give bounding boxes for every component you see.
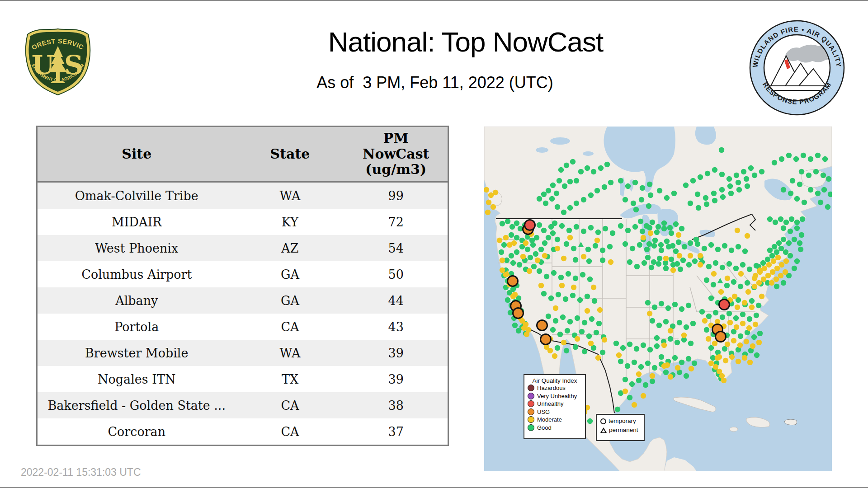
table-row: PortolaCA43 [37, 314, 448, 340]
monitor-dot [720, 265, 725, 270]
monitor-dot [505, 297, 510, 303]
top-site-marker [719, 300, 730, 310]
monitor-dot [632, 180, 638, 185]
monitor-dot [537, 268, 542, 274]
monitor-dot [736, 359, 741, 364]
monitor-dot [600, 350, 605, 355]
monitor-dot [631, 201, 636, 206]
monitor-dot [747, 267, 752, 272]
monitor-dot [582, 349, 587, 354]
monitor-dot [734, 173, 739, 178]
monitor-dot [567, 205, 573, 211]
monitor-dot [632, 360, 637, 365]
monitor-dot [815, 153, 821, 158]
monitor-dot [510, 260, 516, 266]
monitor-dot [607, 244, 613, 249]
monitor-dot [711, 191, 717, 196]
cell-pm: 39 [344, 340, 448, 366]
monitor-dot [637, 242, 642, 248]
table-row: Brewster MobileWA39 [37, 340, 448, 366]
monitor-dot [500, 221, 505, 226]
monitor-dot [740, 312, 745, 317]
monitor-dot [748, 165, 754, 171]
monitor-dot [798, 247, 803, 252]
cell-state: CA [236, 314, 344, 340]
monitor-dot [760, 260, 766, 266]
monitor-dot [526, 327, 531, 333]
monitor-dot [742, 355, 747, 361]
monitor-dot [533, 251, 538, 257]
monitor-dot [690, 178, 696, 183]
monitor-dot [744, 339, 749, 344]
monitor-dot [797, 240, 802, 246]
monitor-dot [675, 340, 680, 345]
monitor-dot [657, 256, 662, 261]
monitor-dot [567, 179, 573, 184]
table-row: Columbus AirportGA50 [37, 261, 448, 287]
monitor-dot [664, 239, 670, 244]
monitor-dot [711, 282, 716, 287]
monitor-dot [699, 309, 705, 314]
monitor-dot [636, 371, 642, 377]
monitor-dot [706, 264, 712, 269]
monitor-dot [537, 222, 542, 228]
monitor-dot [514, 221, 519, 226]
monitor-dot [779, 156, 784, 162]
monitor-dot [745, 280, 750, 286]
monitor-dot [553, 318, 558, 324]
top-nowcast-table: Site State PM NowCast (ug/m3) Omak-Colvi… [36, 126, 449, 446]
monitor-dot [778, 273, 783, 278]
col-header-site: Site [37, 127, 236, 182]
aqi-legend-label: Very Unhealthy [537, 392, 577, 400]
moderate-dot-icon [528, 416, 534, 423]
cell-state: WA [236, 340, 344, 366]
monitor-dot [761, 277, 766, 282]
monitor-dot [500, 258, 505, 263]
monitor-dot [783, 258, 789, 264]
monitor-dot [537, 196, 542, 202]
monitor-dot [731, 279, 736, 285]
monitor-dot [757, 269, 763, 275]
cell-site: Bakersfield - Golden State ... [37, 392, 236, 418]
monitor-dot [799, 232, 804, 238]
monitor-dot [509, 253, 514, 258]
monitor-dot [565, 328, 570, 333]
monitor-dot [661, 343, 667, 348]
monitor-dot [523, 322, 528, 327]
monitor-dot [724, 283, 730, 288]
monitor-dot [663, 319, 669, 324]
monitor-dot [751, 334, 757, 340]
monitor-dot [799, 169, 804, 174]
monitor-dot [596, 321, 602, 326]
monitor-dot [702, 318, 708, 324]
monitor-dot [608, 180, 613, 185]
monitor-dot [647, 182, 652, 187]
monitor-dot [538, 283, 544, 288]
top-site-marker [513, 308, 524, 319]
monitor-dot [650, 373, 655, 379]
cell-site: MIDAIR [37, 209, 236, 235]
cell-site: Brewster Mobile [37, 340, 236, 366]
monitor-dot [594, 238, 600, 243]
monitor-dot [656, 224, 661, 230]
monitor-dot [735, 228, 740, 233]
monitor-dot [625, 363, 630, 369]
monitor-dot [499, 249, 504, 255]
monitor-dot [668, 336, 673, 342]
monitor-dot [753, 322, 758, 327]
monitor-dot [531, 264, 537, 269]
monitor-dot [822, 156, 828, 162]
monitor-dot [749, 305, 755, 310]
monitor-dot [648, 230, 653, 236]
monitor-dot [783, 249, 788, 255]
cell-site: West Phoenix [37, 235, 236, 261]
monitor-dot [528, 255, 533, 260]
monitor-dot [788, 191, 793, 196]
monitor-dot [684, 373, 689, 379]
top-site-marker [541, 334, 551, 345]
monitor-dot [542, 253, 547, 258]
monitor-dot [501, 242, 507, 248]
monitor-dot [587, 418, 593, 424]
monitor-dot [550, 230, 556, 236]
monitor-dot [562, 183, 567, 189]
